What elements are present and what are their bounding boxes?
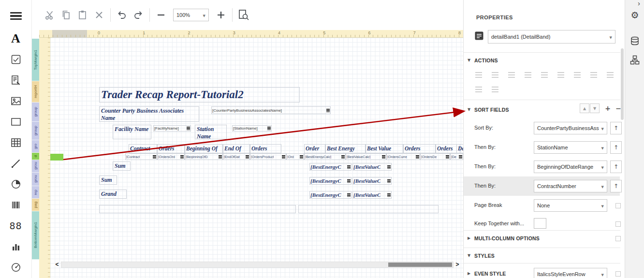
expand-triangle-icon[interactable] bbox=[468, 236, 470, 240]
main-menu-button[interactable] bbox=[0, 4, 32, 28]
horizontal-scrollbar[interactable]: < > bbox=[53, 261, 461, 268]
collapse-triangle-icon[interactable] bbox=[468, 107, 470, 112]
band-strip-grou[interactable]: grou bbox=[32, 160, 39, 173]
report-explorer-button[interactable] bbox=[625, 55, 644, 65]
section-label[interactable]: STYLES bbox=[474, 253, 495, 259]
move-up-button[interactable]: ▲ bbox=[580, 103, 589, 113]
shape-tool-icon[interactable] bbox=[0, 174, 32, 194]
table-header-cell[interactable]: Orders bbox=[157, 144, 185, 153]
grand-total-label[interactable]: Grand bbox=[99, 190, 127, 199]
detail-field-cell[interactable]: [OrdersCurre bbox=[386, 153, 420, 160]
table-header-cell[interactable]: Best Value bbox=[366, 144, 403, 153]
sort-direction-button[interactable] bbox=[610, 141, 622, 154]
bound-field[interactable]: [CounterPartyBusinessAssociatesName] bbox=[211, 106, 331, 114]
paste-button[interactable] bbox=[74, 7, 91, 23]
then-by-dropdown[interactable]: BeginningOfDateRange bbox=[534, 161, 607, 173]
detail-field-cell[interactable]: [BestValueCalc] bbox=[346, 153, 386, 160]
report-title-label[interactable]: Trader Recap Report-Tutorial2 bbox=[99, 87, 300, 102]
bound-field[interactable]: [FacilityName] bbox=[153, 125, 191, 132]
sum-label[interactable]: Sum bbox=[99, 176, 117, 185]
property-marker-checkbox[interactable] bbox=[615, 221, 621, 227]
cut-button[interactable] bbox=[42, 7, 58, 23]
sort-direction-button[interactable] bbox=[610, 161, 622, 173]
scrollbar-thumb[interactable] bbox=[388, 263, 452, 267]
checkbox-tool-icon[interactable] bbox=[0, 49, 32, 70]
copy-button[interactable] bbox=[58, 7, 74, 23]
even-style-dropdown[interactable]: ItalicsStyleEvenRow bbox=[534, 268, 607, 278]
then-by-dropdown[interactable]: ContractNumber bbox=[534, 180, 607, 192]
band-strip-pag[interactable]: pag bbox=[32, 199, 39, 211]
best-energy-summary-field[interactable]: [BestEnergyC bbox=[309, 163, 351, 171]
picture-tool-icon[interactable] bbox=[0, 90, 32, 111]
fit-to-page-button[interactable] bbox=[235, 7, 252, 23]
delete-button[interactable] bbox=[91, 7, 107, 23]
chart-tool-icon[interactable] bbox=[0, 236, 32, 257]
table-header-cell[interactable]: Order bbox=[304, 144, 325, 153]
detail-field-cell[interactable]: [Ord bbox=[286, 153, 304, 160]
table-header-cell[interactable]: Best Energy bbox=[325, 144, 366, 153]
detail-field-cell[interactable]: [EndOfDat bbox=[223, 153, 250, 160]
barcode-tool-icon[interactable] bbox=[0, 194, 32, 215]
sort-direction-button[interactable] bbox=[610, 180, 622, 192]
best-value-summary-field[interactable]: [BestValueC bbox=[352, 163, 392, 171]
detail-field-cell[interactable]: [Contract bbox=[125, 153, 157, 160]
keep-together-input[interactable] bbox=[534, 218, 546, 229]
table-header-cell[interactable]: Contract bbox=[129, 144, 157, 153]
line-tool-icon[interactable] bbox=[0, 153, 32, 174]
table-tool-icon[interactable] bbox=[0, 132, 32, 153]
rich-text-tool-icon[interactable] bbox=[0, 70, 32, 90]
detail-field-cell[interactable]: [OrdersProduct bbox=[250, 153, 286, 160]
scrollbar-track[interactable] bbox=[61, 262, 454, 268]
best-value-summary-field[interactable]: [BestValueC bbox=[352, 191, 392, 199]
band-strip-group[interactable]: group bbox=[32, 122, 39, 140]
station-name-label[interactable]: Station Name bbox=[195, 125, 227, 139]
page-break-dropdown[interactable]: None bbox=[534, 199, 607, 212]
collapse-triangle-icon[interactable] bbox=[468, 58, 470, 62]
scroll-left-button[interactable]: < bbox=[53, 261, 61, 268]
table-header-cell[interactable]: Orders bbox=[403, 144, 436, 153]
add-sort-field-button[interactable]: + bbox=[603, 103, 613, 113]
detail-field-cell[interactable]: [De bbox=[450, 153, 463, 160]
report-canvas[interactable]: Trader Recap Report-Tutorial2 Counter Pa… bbox=[50, 38, 463, 278]
detail-field-cell[interactable]: [OrdersOrd bbox=[157, 153, 185, 160]
facility-name-label[interactable]: Facility Name bbox=[113, 125, 151, 139]
sort-direction-button[interactable] bbox=[610, 122, 622, 134]
table-header-cell[interactable]: Beginning Of bbox=[185, 144, 223, 153]
best-energy-summary-field[interactable]: [BestEnergyC bbox=[309, 177, 351, 185]
detail-field-cell[interactable]: [BeginningOfD bbox=[185, 153, 223, 160]
detail-field-cell[interactable]: [OrdersDe bbox=[420, 153, 450, 160]
band-strip-group[interactable]: group bbox=[32, 102, 39, 122]
band-strip-rep[interactable]: rep bbox=[32, 186, 39, 199]
label-tool-icon[interactable]: A bbox=[0, 28, 32, 49]
band-strip-gro[interactable]: gro bbox=[32, 140, 39, 153]
band-strip-reporth[interactable]: reportH bbox=[32, 81, 39, 102]
expand-triangle-icon[interactable] bbox=[468, 271, 470, 276]
sort-by-dropdown[interactable]: CounterPartyBusinessAss bbox=[534, 122, 607, 134]
table-header-cell[interactable]: De bbox=[456, 144, 463, 153]
detail-field-cell[interactable]: [BestEnergyCalc] bbox=[304, 153, 346, 160]
field-list-button[interactable] bbox=[625, 36, 644, 46]
property-marker-checkbox[interactable] bbox=[615, 271, 621, 277]
scroll-right-button[interactable]: > bbox=[454, 261, 461, 268]
empty-footer-box[interactable] bbox=[99, 205, 296, 213]
property-marker-checkbox[interactable] bbox=[615, 236, 621, 241]
redo-button[interactable] bbox=[130, 7, 146, 23]
sum-label[interactable]: Sum bbox=[113, 161, 131, 171]
element-selector-dropdown[interactable]: detailBand1 (DetailBand) bbox=[488, 30, 615, 44]
collapse-triangle-icon[interactable] bbox=[468, 253, 470, 258]
band-strip-bottommargin1[interactable]: BottomMargin1 bbox=[32, 211, 39, 260]
best-value-summary-field[interactable]: [BestValueC bbox=[352, 177, 392, 185]
then-by-dropdown[interactable]: StationName bbox=[534, 141, 607, 154]
undo-button[interactable] bbox=[114, 7, 130, 23]
panel-tool-icon[interactable] bbox=[0, 111, 32, 132]
table-header-cell[interactable]: End Of bbox=[223, 144, 250, 153]
bound-field[interactable]: [StationName] bbox=[232, 125, 272, 132]
band-strip-topmargin1[interactable]: TopMargin1 bbox=[32, 39, 39, 81]
move-down-button[interactable]: ▼ bbox=[590, 103, 600, 113]
gear-icon[interactable]: ⚙ bbox=[625, 10, 644, 20]
band-strip-d[interactable]: d bbox=[32, 153, 39, 160]
section-label[interactable]: MULTI-COLUMN OPTIONS bbox=[474, 235, 540, 241]
group-header-label[interactable]: Counter Party Business Associates Name bbox=[99, 106, 199, 122]
property-marker-checkbox[interactable] bbox=[615, 203, 621, 208]
best-energy-summary-field[interactable]: [BestEnergyC bbox=[309, 191, 351, 199]
